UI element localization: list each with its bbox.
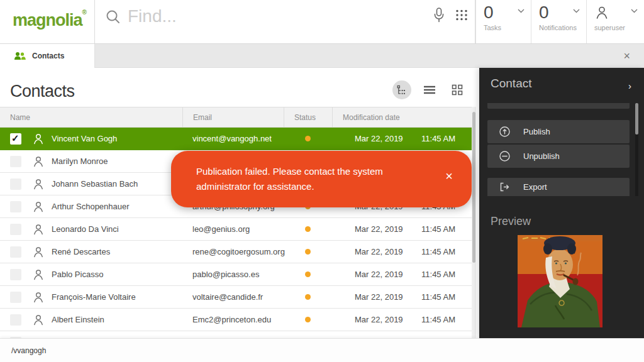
publish-icon [499,126,511,138]
clipped-action-button[interactable] [487,103,630,109]
row-checkbox[interactable]: ✓ [10,133,21,145]
person-icon [25,268,52,281]
person-icon [25,246,52,258]
table-row[interactable]: ✓ René Descartes rene@cogitoergosum.org … [0,241,472,263]
table-row[interactable]: ✓ Leonardo Da Vinci leo@genius.org Mar 2… [0,218,472,241]
modification-time: 11:45 AM [421,315,455,324]
publish-button[interactable]: Publish [487,120,630,143]
column-header-name[interactable]: Name [0,107,182,127]
tab-bar: Contacts × [0,44,644,68]
thumbnail-view-button[interactable] [448,80,467,99]
table-row[interactable]: ✓ Vincent Van Gogh vincent@vangogh.net M… [0,128,472,150]
row-checkbox[interactable]: ✓ [10,246,21,258]
table-row[interactable]: ✓ Albert Einstein Emc2@princeton.edu Mar… [0,309,472,331]
row-checkbox[interactable]: ✓ [10,224,21,235]
user-icon [594,5,609,20]
logo-box: magnolia® [0,0,95,43]
preview-section-label: Preview [491,215,531,228]
contact-name: Arthur Schopenhauer [52,202,182,211]
modification-time: 11:45 AM [421,292,455,302]
contact-email: rene@cogitoergosum.org [182,247,284,256]
user-label: superuser [594,24,625,31]
close-icon[interactable]: × [623,48,630,63]
microphone-icon[interactable] [432,7,446,23]
notifications-label: Notifications [539,24,577,31]
person-icon [25,223,52,236]
table-row-partial[interactable]: ✓ [0,331,472,338]
row-checkbox[interactable]: ✓ [10,201,21,212]
status-dot [305,249,311,255]
panel-scrollbar-thumb[interactable] [635,103,638,134]
close-icon[interactable]: × [445,170,453,182]
van-gogh-portrait [518,235,602,327]
contact-name: Albert Einstein [52,315,182,324]
status-dot [305,226,311,232]
export-icon [499,181,511,193]
error-toast-message: Publication failed. Please contact the s… [196,164,416,194]
column-header-status[interactable]: Status [284,107,332,127]
row-checkbox[interactable]: ✓ [10,314,21,326]
contact-name: Vincent Van Gogh [52,134,182,143]
person-icon [25,133,52,145]
contacts-main: Contacts [0,68,479,338]
content-area: Contacts [0,68,644,338]
modification-time: 11:45 AM [421,270,455,279]
contact-email: vincent@vangogh.net [182,134,284,143]
contact-name: Marilyn Monroe [52,156,182,166]
contact-name: Leonardo Da Vinci [52,224,182,234]
contact-email: pablo@picasso.es [182,270,284,279]
tasks-count: 0 [484,3,494,23]
table-header: Name Email Status Modification date [0,107,472,128]
table-row[interactable]: ✓ Pablo Picasso pablo@picasso.es Mar 22,… [0,263,472,286]
person-icon [25,200,52,213]
chevron-right-icon[interactable]: › [628,80,631,91]
status-bar: /vvangogh [0,338,644,362]
search-input[interactable] [128,6,367,26]
modification-time: 11:45 AM [421,224,455,234]
user-menu[interactable]: superuser [586,0,644,43]
person-icon [25,314,52,326]
export-label: Export [523,182,547,192]
contact-name: Johann Sebastian Bach [52,179,182,189]
notifications-dropdown[interactable]: 0 Notifications [531,0,586,43]
modification-date: Mar 22, 2019 [355,224,403,234]
tab-contacts-label: Contacts [32,52,64,60]
row-checkbox[interactable]: ✓ [10,156,21,167]
modification-date: Mar 22, 2019 [355,315,403,324]
notifications-count: 0 [539,3,549,23]
chevron-down-icon [573,9,580,13]
status-dot [305,294,311,300]
panel-title: Contact [491,77,531,90]
table-row[interactable]: ✓ François-Marie Voltaire voltaire@candi… [0,286,472,309]
modification-date: Mar 22, 2019 [355,247,403,256]
search-icon [105,9,121,25]
chevron-down-icon [631,9,638,13]
row-checkbox[interactable]: ✓ [10,269,21,280]
unpublish-icon [499,150,511,162]
modification-time: 11:45 AM [421,247,455,256]
table-scrollbar[interactable] [472,107,476,338]
contact-email: voltaire@candide.fr [182,292,284,302]
modification-date: Mar 22, 2019 [355,292,403,302]
modification-time: 11:45 AM [421,134,455,143]
action-panel: Contact › Publish Unpublish [479,68,644,338]
column-header-email[interactable]: Email [182,107,284,127]
column-header-modification-date[interactable]: Modification date [332,107,472,127]
unpublish-button[interactable]: Unpublish [487,145,630,168]
person-icon [25,291,52,304]
view-toggles [392,80,467,99]
tasks-dropdown[interactable]: 0 Tasks [475,0,531,43]
tab-contacts[interactable]: Contacts [0,44,95,68]
export-button[interactable]: Export [487,178,630,196]
list-view-button[interactable] [420,80,439,99]
error-toast: Publication failed. Please contact the s… [171,151,472,207]
top-header: magnolia® 0 [0,0,644,44]
status-dot [305,317,311,322]
row-checkbox[interactable]: ✓ [10,292,21,303]
scrollbar-thumb[interactable] [472,112,475,263]
tree-view-button[interactable] [392,80,411,99]
contact-preview-image [518,235,602,327]
row-checkbox[interactable]: ✓ [10,178,21,190]
app-launcher-icon[interactable] [455,9,469,21]
contact-name: René Descartes [52,247,182,256]
